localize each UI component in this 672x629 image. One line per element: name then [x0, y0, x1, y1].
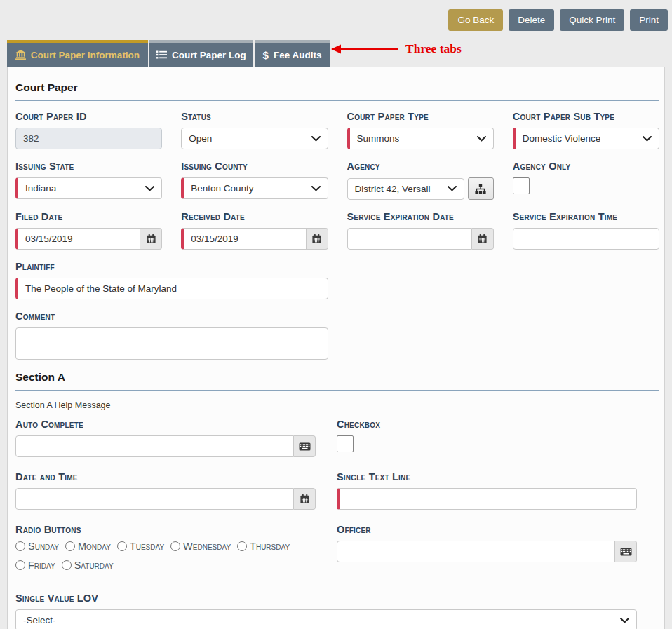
field-court-paper-sub-type: Court Paper Sub Type Domestic Violence	[513, 111, 659, 149]
radio-option-label: Sunday	[28, 541, 59, 552]
chevron-down-icon	[477, 136, 486, 142]
tab-court-paper-log[interactable]: Court Paper Log	[149, 40, 253, 67]
service-expiration-date-input[interactable]	[347, 228, 472, 250]
single-text-line-input[interactable]	[337, 488, 637, 510]
status-label: Status	[181, 111, 328, 123]
calendar-icon	[300, 494, 310, 504]
radio-option-label: Monday	[78, 541, 111, 552]
radio-buttons-label: Radio Buttons	[15, 524, 316, 536]
filed-date-calendar-button[interactable]	[140, 228, 162, 250]
section-a-help-message: Section A Help Message	[15, 400, 659, 410]
field-court-paper-id: Court Paper ID	[15, 111, 162, 149]
single-value-lov-select[interactable]: -Select-	[15, 609, 637, 629]
field-auto-complete: Auto Complete	[15, 419, 316, 457]
tab-label: Court Paper Information	[31, 50, 140, 60]
delete-button[interactable]: Delete	[509, 9, 554, 31]
service-expiration-time-input[interactable]	[513, 228, 659, 250]
field-comment: Comment	[15, 311, 328, 360]
agency-select-value: District 42, Versail	[355, 184, 431, 194]
radio-option-label: Tuesday	[130, 541, 164, 552]
auto-complete-input[interactable]	[15, 435, 294, 457]
tab-label: Fee Audits	[274, 50, 322, 60]
received-date-calendar-button[interactable]	[307, 228, 328, 250]
radio-icon	[170, 541, 180, 551]
date-and-time-label: Date and Time	[15, 471, 316, 483]
print-button[interactable]: Print	[630, 9, 668, 31]
toolbar: Go Back Delete Quick Print Print	[448, 9, 668, 31]
plaintiff-input[interactable]	[15, 278, 328, 299]
status-select[interactable]: Open	[181, 128, 328, 149]
radio-icon	[117, 541, 127, 551]
section-a-checkbox[interactable]	[337, 435, 354, 452]
keyboard-icon	[299, 442, 311, 451]
field-agency: Agency District 42, Versail	[347, 161, 494, 200]
calendar-icon	[477, 234, 488, 244]
go-back-button[interactable]: Go Back	[448, 9, 503, 31]
field-issuing-state: Issuing State Indiana	[15, 161, 162, 200]
officer-input[interactable]	[337, 541, 615, 562]
court-paper-sub-type-label: Court Paper Sub Type	[513, 111, 659, 123]
radio-option-monday[interactable]: Monday	[65, 541, 111, 552]
issuing-county-select[interactable]: Benton County	[181, 177, 328, 199]
status-select-value: Open	[189, 133, 212, 144]
field-checkbox: Checkbox	[337, 419, 637, 457]
agency-select[interactable]: District 42, Versail	[347, 178, 464, 200]
radio-option-label: Wednesday	[183, 541, 231, 552]
radio-row-2: Friday Saturday	[15, 560, 316, 571]
annotation-text: Three tabs	[405, 41, 462, 56]
radio-icon	[65, 541, 75, 551]
court-paper-id-input	[15, 128, 162, 149]
radio-option-friday[interactable]: Friday	[15, 560, 55, 571]
radio-icon	[15, 560, 25, 570]
received-date-input[interactable]	[181, 228, 306, 250]
quick-print-button[interactable]: Quick Print	[560, 9, 624, 31]
agency-label: Agency	[347, 161, 494, 173]
form-panel: Court Paper Court Paper ID Status Open C…	[7, 67, 665, 629]
court-paper-type-select-value: Summons	[357, 133, 400, 144]
comment-label: Comment	[15, 311, 328, 323]
dollar-icon: $	[263, 49, 269, 61]
tab-court-paper-information[interactable]: Court Paper Information	[7, 40, 148, 67]
court-paper-type-label: Court Paper Type	[347, 111, 494, 123]
field-status: Status Open	[181, 111, 328, 149]
radio-option-sunday[interactable]: Sunday	[15, 541, 59, 552]
radio-icon	[62, 560, 72, 570]
radio-option-saturday[interactable]: Saturday	[62, 560, 114, 571]
court-paper-heading: Court Paper	[15, 77, 659, 101]
field-single-value-lov: Single Value LOV -Select-	[15, 593, 637, 629]
left-arrow-icon	[331, 43, 398, 55]
date-and-time-calendar-button[interactable]	[294, 488, 316, 510]
radio-option-tuesday[interactable]: Tuesday	[117, 541, 164, 552]
agency-hierarchy-button[interactable]	[468, 177, 494, 200]
radio-option-label: Friday	[28, 560, 55, 571]
court-paper-sub-type-select[interactable]: Domestic Violence	[513, 128, 659, 149]
calendar-icon	[146, 234, 156, 244]
service-expiration-date-label: Service Expiration Date	[347, 211, 494, 223]
radio-option-wednesday[interactable]: Wednesday	[170, 541, 231, 552]
radio-row-1: Sunday Monday Tuesday Wednesday Thursday	[15, 541, 316, 552]
court-paper-type-select[interactable]: Summons	[347, 128, 494, 149]
radio-option-label: Saturday	[74, 560, 114, 571]
auto-complete-keyboard-button[interactable]	[294, 435, 316, 457]
field-plaintiff: Plaintiff	[15, 261, 328, 299]
tab-label: Court Paper Log	[172, 50, 246, 60]
radio-option-label: Thursday	[250, 541, 290, 552]
service-expiration-date-calendar-button[interactable]	[472, 228, 494, 250]
comment-textarea[interactable]	[15, 327, 328, 360]
chevron-down-icon	[620, 618, 629, 623]
date-and-time-input[interactable]	[15, 488, 294, 510]
calendar-icon	[311, 234, 322, 244]
tab-fee-audits[interactable]: $ Fee Audits	[255, 40, 330, 67]
service-expiration-time-label: Service Expiration Time	[513, 211, 659, 223]
issuing-state-select[interactable]: Indiana	[15, 177, 162, 199]
filed-date-input[interactable]	[15, 228, 140, 250]
section-a-fields: Auto Complete	[15, 419, 659, 629]
radio-option-thursday[interactable]: Thursday	[237, 541, 290, 552]
field-single-text-line: Single Text Line	[337, 471, 637, 510]
chevron-down-icon	[311, 136, 321, 142]
agency-only-checkbox[interactable]	[513, 177, 530, 194]
issuing-county-select-value: Benton County	[191, 183, 253, 194]
chevron-down-icon	[311, 186, 321, 191]
field-court-paper-type: Court Paper Type Summons	[347, 111, 494, 149]
officer-keyboard-button[interactable]	[615, 541, 637, 562]
